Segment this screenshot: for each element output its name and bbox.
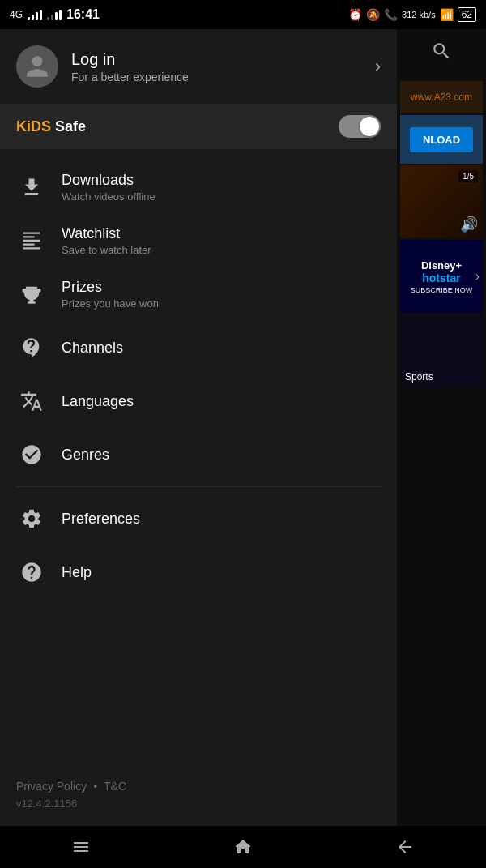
signal-bars-2 <box>47 9 62 20</box>
subscribe-label: SUBSCRIBE NOW <box>411 286 473 294</box>
avatar <box>16 45 58 88</box>
menu-item-watchlist[interactable]: Watchlist Save to watch later <box>0 214 397 267</box>
prize-icon <box>16 279 47 310</box>
channels-label: Channels <box>62 340 381 357</box>
download-card: NLOAD <box>400 115 483 164</box>
watchlist-sublabel: Save to watch later <box>62 244 381 256</box>
download-icon <box>16 172 47 203</box>
status-bar: 4G 16:41 ⏰ 🔕 📞 312 kb/s 📶 62 <box>0 0 486 29</box>
menu-item-prizes[interactable]: Prizes Prizes you have won <box>0 267 397 321</box>
prizes-text: Prizes Prizes you have won <box>62 279 381 310</box>
download-button[interactable]: NLOAD <box>410 127 473 152</box>
status-right: ⏰ 🔕 📞 312 kb/s 📶 62 <box>348 7 476 22</box>
wifi-icon: 📶 <box>440 8 454 21</box>
right-panel: www.A23.com NLOAD 1/5 🔊 Disney+ hotstar … <box>397 29 486 826</box>
status-left: 4G 16:41 <box>10 7 100 22</box>
login-subtitle: For a better experience <box>71 71 375 83</box>
disney-logo: Disney+ <box>421 259 462 272</box>
footer-links: Privacy Policy • T&C <box>16 780 381 793</box>
footer-dot: • <box>93 780 97 793</box>
nav-menu-button[interactable] <box>57 831 105 863</box>
network-speed: 312 kb/s <box>402 10 436 19</box>
nav-home-button[interactable] <box>219 831 267 863</box>
battery-indicator: 62 <box>458 7 476 22</box>
login-title: Log in <box>71 50 375 69</box>
drawer: Log in For a better experience › KiDS Sa… <box>0 29 397 826</box>
menu-item-channels[interactable]: Channels <box>0 321 397 374</box>
login-arrow: › <box>375 56 381 77</box>
prizes-sublabel: Prizes you have won <box>62 297 381 310</box>
sports-card[interactable]: Sports <box>400 314 483 387</box>
channels-icon <box>16 332 47 363</box>
phone-icon: 📞 <box>384 8 398 21</box>
toggle-thumb <box>360 117 379 136</box>
safe-text: Safe <box>51 118 86 135</box>
version-text: v12.4.2.1156 <box>16 797 381 810</box>
login-section[interactable]: Log in For a better experience › <box>0 29 397 104</box>
divider-1 <box>16 486 381 487</box>
film-badge: 1/5 <box>458 170 478 182</box>
film-content: 1/5 🔊 <box>400 165 483 238</box>
status-time: 16:41 <box>66 7 100 22</box>
privacy-policy-link[interactable]: Privacy Policy <box>16 780 87 793</box>
hotstar-label: hotstar <box>422 272 460 284</box>
watchlist-label: Watchlist <box>62 225 381 242</box>
help-icon <box>16 557 47 588</box>
tnc-link[interactable]: T&C <box>104 780 126 793</box>
genres-text: Genres <box>62 447 381 464</box>
mute-icon: 🔕 <box>366 8 380 21</box>
a23-card: www.A23.com <box>400 81 483 113</box>
chevron-right-icon: › <box>475 269 480 284</box>
downloads-sublabel: Watch videos offline <box>62 190 381 203</box>
kids-safe-label: KiDS Safe <box>16 118 86 135</box>
nav-back-button[interactable] <box>381 831 429 863</box>
preferences-icon <box>16 503 47 534</box>
right-cards: www.A23.com NLOAD 1/5 🔊 Disney+ hotstar … <box>397 78 486 391</box>
volume-icon: 🔊 <box>460 216 478 233</box>
menu-item-help[interactable]: Help <box>0 545 397 599</box>
help-text: Help <box>62 564 381 581</box>
prizes-label: Prizes <box>62 279 381 296</box>
downloads-text: Downloads Watch videos offline <box>62 172 381 203</box>
login-text: Log in For a better experience <box>58 50 375 83</box>
kids-safe-toggle[interactable] <box>339 115 381 138</box>
help-label: Help <box>62 564 381 581</box>
drawer-footer: Privacy Policy • T&C v12.4.2.1156 <box>0 768 397 826</box>
alarm-icon: ⏰ <box>348 8 362 21</box>
disney-card[interactable]: Disney+ hotstar SUBSCRIBE NOW › <box>400 240 483 313</box>
signal-bars <box>28 9 42 20</box>
menu-item-preferences[interactable]: Preferences <box>0 492 397 545</box>
languages-text: Languages <box>62 393 381 410</box>
preferences-label: Preferences <box>62 511 381 528</box>
nav-bar <box>0 826 486 868</box>
watchlist-text: Watchlist Save to watch later <box>62 225 381 256</box>
preferences-text: Preferences <box>62 511 381 528</box>
search-button[interactable] <box>431 41 452 65</box>
languages-icon <box>16 386 47 417</box>
menu-item-downloads[interactable]: Downloads Watch videos offline <box>0 160 397 214</box>
languages-label: Languages <box>62 393 381 410</box>
a23-text: www.A23.com <box>411 92 472 103</box>
kids-safe-section: KiDS Safe <box>0 104 397 149</box>
menu-items: Downloads Watch videos offline Watchlist… <box>0 154 397 768</box>
menu-item-languages[interactable]: Languages <box>0 374 397 428</box>
kids-text: KiDS <box>16 118 51 135</box>
genres-icon <box>16 439 47 470</box>
genres-label: Genres <box>62 447 381 464</box>
menu-item-genres[interactable]: Genres <box>0 428 397 481</box>
watchlist-icon <box>16 225 47 256</box>
downloads-label: Downloads <box>62 172 381 189</box>
network-indicator: 4G <box>10 9 23 20</box>
film-card[interactable]: 1/5 🔊 <box>400 165 483 238</box>
main-layout: Log in For a better experience › KiDS Sa… <box>0 29 486 826</box>
sports-label: Sports <box>405 371 433 383</box>
channels-text: Channels <box>62 340 381 357</box>
